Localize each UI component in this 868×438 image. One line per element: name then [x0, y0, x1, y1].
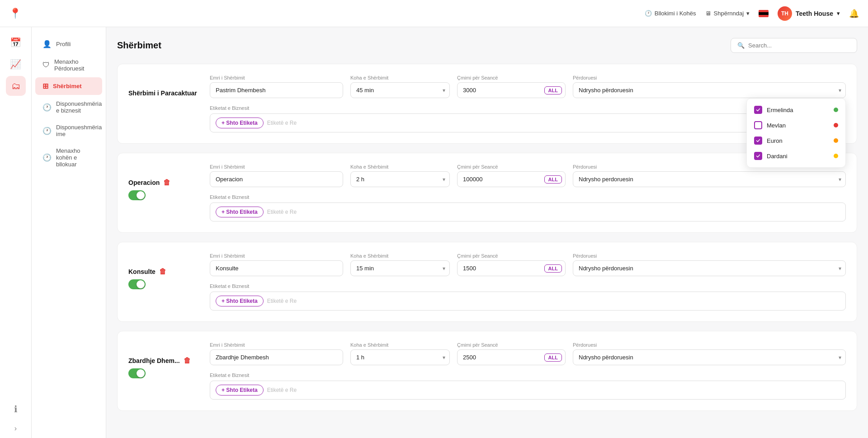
dropdown-item-ermelinda[interactable]: Ermelinda [747, 102, 845, 118]
service-label-konsulte: Konsulte [128, 268, 156, 275]
dropdown-item-dardani[interactable]: Dardani [747, 148, 845, 164]
page-title: Shërbimet [117, 40, 161, 51]
add-tag-btn-2[interactable]: + Shto Etiketa [216, 296, 264, 306]
user-name-euron: Euron [767, 137, 783, 144]
user-name-mevlan: Mevlan [767, 122, 786, 129]
service-name-input-0[interactable] [210, 82, 343, 98]
shperndaj-button[interactable]: 🖥 Shpërnndaj ▾ [705, 10, 750, 17]
user-dropdown-0: Ermelinda Mevlan [746, 98, 846, 168]
chevron-down-icon: ▾ [746, 10, 750, 17]
service-section-zbardhje: Zbardhje Dhem... 🗑 Emri i Shërbimit Koha… [117, 331, 857, 411]
price-label-1: Çmimi për Seancë [457, 164, 566, 170]
price-all-btn-1[interactable]: ALL [544, 175, 562, 184]
clock2-icon: 🕐 [42, 127, 52, 135]
search-box: 🔍 [731, 38, 857, 53]
duration-label-1: Koha e Shërbimit [350, 164, 450, 170]
service-section-konsulte: Konsulte 🗑 Emri i Shërbimit Koha e Shërb… [117, 242, 857, 322]
toggle-operacion[interactable] [128, 190, 146, 200]
service-name-input-1[interactable] [210, 171, 343, 187]
add-tag-btn-3[interactable]: + Shto Etiketa [216, 385, 264, 396]
tags-area-2: + Shto Etiketa Etiketë e Re [210, 292, 846, 311]
delete-btn-operacion[interactable]: 🗑 [163, 179, 170, 187]
name-label-1: Emri i Shërbimit [210, 164, 343, 170]
dropdown-item-euron[interactable]: Euron [747, 133, 845, 148]
toggle-zbardhje[interactable] [128, 368, 146, 378]
logo-icon: 📍 [9, 8, 21, 19]
dot-ermelinda [834, 108, 838, 112]
grid-icon: ⊞ [42, 82, 48, 90]
add-tag-btn-0[interactable]: + Shto Etiketa [216, 118, 264, 128]
duration-label-3: Koha e Shërbimit [350, 342, 450, 348]
bllokimi-button[interactable]: 🕐 Bllokimi i Kohës [645, 10, 696, 17]
add-tag-btn-1[interactable]: + Shto Etiketa [216, 207, 264, 217]
user-select-1[interactable]: Ndrysho perdoruesin [573, 171, 846, 187]
sidebar-item-sherbimet[interactable]: ⊞ Shërbimet [35, 77, 102, 95]
duration-select-2[interactable]: 15 min 45 min 2 h 1 h [350, 260, 450, 276]
brand-avatar: TH [778, 6, 792, 21]
service-label-zbardhje: Zbardhje Dhem... [128, 357, 180, 364]
bell-icon[interactable]: 🔔 [849, 9, 859, 19]
sidebar-item-disponueshmeria-ime[interactable]: 🕐 Disponueshmëria ime [35, 119, 102, 142]
tags-area-3: + Shto Etiketa Etiketë e Re [210, 381, 846, 400]
sidebar-item-menaxho-kohen[interactable]: 🕐 Menaxho kohën e bllokuar [35, 143, 102, 172]
clock-icon: 🕐 [645, 10, 652, 17]
name-label-2: Emri i Shërbimit [210, 253, 343, 259]
user-label-3: Përdoruesi [573, 342, 846, 348]
price-all-btn-3[interactable]: ALL [544, 353, 562, 362]
price-all-btn-0[interactable]: ALL [544, 86, 562, 94]
sidebar-icon-chart[interactable]: 📈 [6, 54, 26, 74]
delete-btn-zbardhje[interactable]: 🗑 [184, 357, 191, 365]
sidebar-item-disponueshmeria-biznesit[interactable]: 🕐 Disponueshmëria e biznesit [35, 96, 102, 118]
user-label-0: Përdoruesi [573, 75, 846, 80]
check-dardani[interactable] [754, 152, 762, 160]
dot-mevlan [834, 123, 838, 127]
service-section-paracaktuar: Shërbimi i Paracaktuar Emri i Shërbimit … [117, 64, 857, 144]
check-ermelinda[interactable] [754, 106, 762, 114]
toggle-konsulte[interactable] [128, 279, 146, 289]
user-select-0[interactable]: Ndrysho përdoruesin [573, 82, 846, 98]
tag-placeholder-3: Etiketë e Re [267, 387, 297, 393]
share-icon: 🖥 [705, 10, 711, 17]
tags-label-2: Etiketat e Biznesit [210, 283, 846, 289]
user-icon: 👤 [42, 40, 52, 48]
tags-area-1: + Shto Etiketa Etiketë e Re [210, 203, 846, 221]
dropdown-item-mevlan[interactable]: Mevlan [747, 118, 845, 133]
search-icon: 🔍 [737, 42, 745, 49]
price-label-2: Çmimi për Seancë [457, 253, 566, 259]
check-mevlan[interactable] [754, 121, 762, 129]
chevron-down-icon: ▾ [837, 10, 840, 17]
service-label-paracaktuar: Shërbimi i Paracaktuar [128, 89, 201, 97]
service-name-input-3[interactable] [210, 349, 343, 365]
delete-btn-konsulte[interactable]: 🗑 [159, 268, 166, 276]
user-name-ermelinda: Ermelinda [767, 107, 793, 113]
sidebar-item-menaxho-perdoruesin[interactable]: 🛡 Menaxho Përdoruesit [35, 54, 102, 76]
expand-icon[interactable]: › [14, 424, 17, 433]
brand-name: Teeth House [796, 10, 833, 17]
tag-placeholder-2: Etiketë e Re [267, 298, 297, 304]
duration-label-2: Koha e Shërbimit [350, 253, 450, 259]
service-section-operacion: Operacion 🗑 Emri i Shërbimit Koha e Shër… [117, 153, 857, 233]
sidebar-icon-calendar[interactable]: 📅 [6, 33, 26, 52]
tags-label-1: Etiketat e Biznesit [210, 194, 846, 200]
info-icon[interactable]: ℹ [6, 399, 26, 419]
duration-select-1[interactable]: 2 h 45 min 15 min 1 h [350, 171, 450, 187]
brand-area[interactable]: TH Teeth House ▾ [778, 6, 840, 21]
price-all-btn-2[interactable]: ALL [544, 264, 562, 273]
user-select-3[interactable]: Ndrysho përdoruesin [573, 349, 846, 365]
user-select-2[interactable]: Ndrysho përdoruesin [573, 260, 846, 276]
left-sidebar: 📅 📈 🗂 ℹ › [0, 27, 32, 438]
sidebar-icon-services[interactable]: 🗂 [6, 76, 26, 96]
check-euron[interactable] [754, 137, 762, 145]
flag-icon [759, 10, 769, 17]
duration-select-0[interactable]: 45 min 15 min 30 min 1 h 2 h [350, 82, 450, 98]
secondary-sidebar: 👤 Profili 🛡 Menaxho Përdoruesit ⊞ Shërbi… [32, 27, 106, 438]
user-name-dardani: Dardani [767, 153, 788, 160]
clock3-icon: 🕐 [42, 153, 52, 162]
dot-euron [834, 138, 838, 143]
name-label-0: Emri i Shërbimit [210, 75, 343, 80]
search-input[interactable] [748, 42, 850, 49]
duration-select-3[interactable]: 1 h 45 min 15 min 2 h [350, 349, 450, 365]
shield-icon: 🛡 [42, 61, 50, 69]
sidebar-item-profili[interactable]: 👤 Profili [35, 35, 102, 53]
service-name-input-2[interactable] [210, 260, 343, 276]
